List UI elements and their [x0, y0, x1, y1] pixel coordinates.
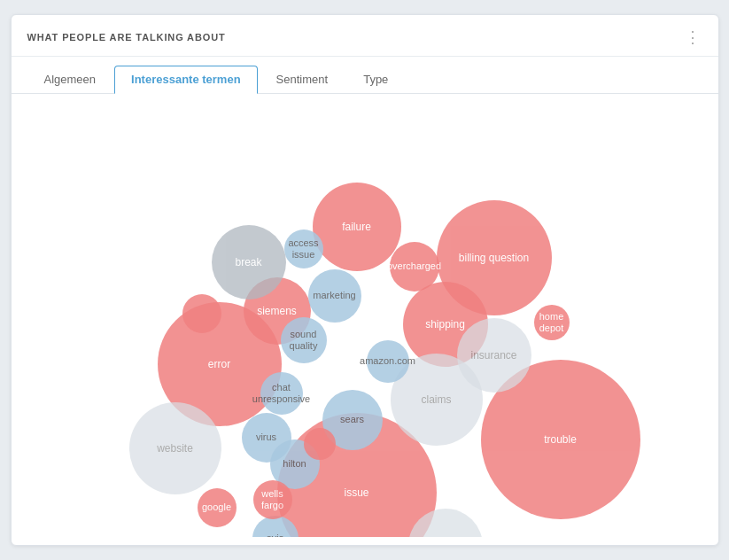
- bubble-small-pink-1[interactable]: [182, 294, 221, 333]
- bubble-website[interactable]: website: [129, 402, 221, 494]
- bubble-label-error: error: [206, 356, 232, 372]
- bubble-label-issue: issue: [342, 485, 370, 501]
- bubble-label-website: website: [155, 440, 195, 456]
- bubble-label-hilton: hilton: [281, 456, 307, 471]
- bubble-label-avis: avis: [265, 531, 286, 537]
- bubble-label-failure: failure: [340, 219, 373, 235]
- bubble-chat-unresponsive[interactable]: chat unresponsive: [260, 372, 303, 415]
- bubble-insurance[interactable]: insurance: [457, 318, 531, 393]
- bubble-label-home-depot: home depot: [534, 309, 570, 336]
- main-card: WHAT PEOPLE ARE TALKING ABOUT ⋮ Algemeen…: [11, 14, 719, 546]
- bubble-label-wells-fargo: wells fargo: [253, 486, 292, 513]
- bubble-label-access-issue: access issue: [284, 236, 323, 262]
- tab-sentiment[interactable]: Sentiment: [260, 66, 345, 93]
- tabs-container: AlgemeenInteressante termenSentimentType: [12, 57, 718, 94]
- bubble-label-shipping: shipping: [423, 316, 467, 332]
- bubble-home-depot[interactable]: home depot: [534, 305, 570, 340]
- bubble-label-insurance: insurance: [469, 347, 518, 363]
- tab-algemeen[interactable]: Algemeen: [27, 66, 113, 93]
- bubble-label-google: google: [200, 500, 233, 515]
- bubble-label-billing-question: billing question: [457, 250, 531, 266]
- bubble-access-issue[interactable]: access issue: [284, 229, 323, 268]
- bubble-sound-quality[interactable]: sound quality: [281, 317, 327, 363]
- tab-type[interactable]: Type: [346, 66, 405, 93]
- bubble-label-sound-quality: sound quality: [281, 327, 327, 354]
- card-title: WHAT PEOPLE ARE TALKING ABOUT: [27, 32, 226, 43]
- bubble-label-marketing: marketing: [311, 288, 357, 303]
- bubble-wells-fargo[interactable]: wells fargo: [253, 480, 292, 519]
- tab-interessante-termen[interactable]: Interessante termen: [114, 66, 258, 94]
- bubble-label-virus: virus: [254, 430, 278, 445]
- bubble-failure[interactable]: failure: [313, 183, 401, 271]
- bubble-small-pink-2[interactable]: [304, 428, 336, 460]
- bubble-google[interactable]: google: [198, 488, 237, 527]
- card-header: WHAT PEOPLE ARE TALKING ABOUT ⋮: [12, 15, 718, 57]
- bubble-label-sears: sears: [338, 412, 366, 427]
- bubble-label-trouble: trouble: [542, 432, 578, 447]
- bubble-label-break: break: [233, 254, 263, 270]
- bubble-label-siemens: siemens: [255, 303, 299, 319]
- bubble-label-overcharged: overcharged: [385, 259, 443, 274]
- bubble-marketing[interactable]: marketing: [308, 269, 361, 323]
- dots-menu-icon[interactable]: ⋮: [685, 27, 702, 47]
- bubble-label-claims: claims: [419, 392, 453, 408]
- bubble-chart: failurebilling questiontroubleissueerror…: [12, 94, 718, 537]
- bubble-overcharged[interactable]: overcharged: [390, 242, 439, 292]
- bubble-break[interactable]: break: [212, 225, 286, 299]
- bubble-amazon-com[interactable]: amazon.com: [367, 340, 409, 383]
